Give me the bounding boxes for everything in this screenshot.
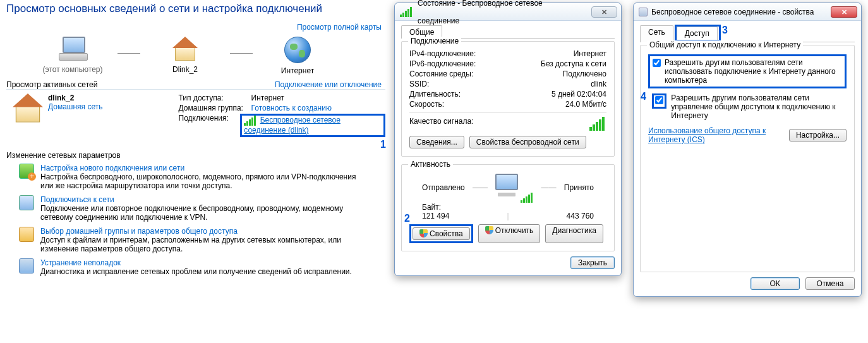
network-category-icon <box>11 93 45 124</box>
ics-group: Общий доступ к подключению к Интернету Р… <box>640 45 855 272</box>
active-networks-header: Просмотр активных сетей <box>6 80 97 89</box>
new-connection-desc: Настройка беспроводного, широкополосного… <box>40 172 369 190</box>
homegroup-icon <box>19 227 34 242</box>
step-2-label: 2 <box>404 213 410 224</box>
internet-label: Интернет <box>256 66 339 75</box>
bytes-key: Байт: <box>422 203 441 212</box>
ipv6-key: IPv6-подключение: <box>409 59 476 68</box>
media-value: Подключено <box>563 69 606 78</box>
signal-strength-icon <box>589 117 605 131</box>
map-connector <box>118 53 140 54</box>
step-1-label: 1 <box>380 139 386 150</box>
homegroup-link[interactable]: Выбор домашней группы и параметров общег… <box>40 227 238 236</box>
ics-help-link[interactable]: Использование общего доступа к Интернету… <box>648 126 768 144</box>
step-4-label: 4 <box>641 91 646 102</box>
highlight-box-1: Беспроводное сетевое соединение (dlink) … <box>240 114 385 137</box>
ssid-value: dlink <box>591 80 606 88</box>
status-dialog: Состояние - Беспроводное сетевое соедине… <box>394 3 622 276</box>
wireless-properties-button[interactable]: Свойства беспроводной сети <box>469 136 586 148</box>
shield-icon <box>485 226 493 234</box>
ipv4-value: Интернет <box>574 49 606 58</box>
connection-link[interactable]: Беспроводное сетевое соединение (dlink) <box>244 116 341 135</box>
connection-group-title: Подключение <box>408 37 461 45</box>
speed-value: 24.0 Мбит/с <box>565 100 606 109</box>
network-sharing-panel: Просмотр основных сведений о сети и наст… <box>6 3 385 281</box>
bytes-sent-value: 121 494 <box>422 212 449 220</box>
tab-sharing[interactable]: Доступ <box>677 27 718 40</box>
network-name: dlink_2 <box>48 93 74 102</box>
connection-group: Подключение IPv4-подключение:Интернет IP… <box>401 41 615 157</box>
computer-icon <box>57 37 88 62</box>
properties-button[interactable]: Свойства <box>413 227 470 240</box>
media-key: Состояние среды: <box>409 69 473 78</box>
properties-title: Беспроводное сетевое соединение - свойст… <box>651 3 814 21</box>
settings-button[interactable]: Настройка... <box>789 129 847 141</box>
activity-icon <box>495 174 533 202</box>
signal-key: Качество сигнала: <box>409 117 473 131</box>
connections-key: Подключения: <box>179 114 241 137</box>
settings-header: Изменение сетевых параметров <box>6 151 385 160</box>
router-icon <box>171 37 199 62</box>
highlight-box-4a: Разрешить другим пользователям сети испо… <box>648 54 847 88</box>
properties-titlebar[interactable]: Беспроводное сетевое соединение - свойст… <box>634 3 861 21</box>
highlight-box-4b <box>652 93 666 109</box>
allow-share-checkbox[interactable] <box>653 59 661 67</box>
homegroup-key: Домашняя группа: <box>179 104 251 112</box>
page-title: Просмотр основных сведений о сети и наст… <box>6 3 385 15</box>
allow-control-label: Разрешить другим пользователям сети упра… <box>671 93 841 120</box>
active-network-block: dlink_2 Домашняя сеть Тип доступа:Интерн… <box>14 93 385 138</box>
diagnose-button[interactable]: Диагностика <box>545 224 603 243</box>
adapter-icon <box>639 8 648 16</box>
activity-group: Активность Отправлено —— —— Принято Байт… <box>401 164 615 251</box>
network-category-link[interactable]: Домашняя сеть <box>48 102 102 111</box>
ok-button[interactable]: ОК <box>750 277 800 290</box>
bytes-recv-value: 443 760 <box>567 212 594 220</box>
close-dialog-button[interactable]: Закрыть <box>570 256 615 269</box>
properties-dialog: Беспроводное сетевое соединение - свойст… <box>633 3 862 297</box>
close-button[interactable]: ✕ <box>831 6 857 18</box>
view-map-link[interactable]: Просмотр полной карты <box>297 23 382 32</box>
connect-network-desc: Подключение или повторное подключение к … <box>40 204 369 222</box>
connect-network-link[interactable]: Подключиться к сети <box>40 195 114 204</box>
access-type-key: Тип доступа: <box>179 93 251 102</box>
access-type-value: Интернет <box>251 93 284 102</box>
ics-group-title: Общий доступ к подключению к Интернету <box>647 40 803 49</box>
new-connection-link[interactable]: Настройка нового подключения или сети <box>40 164 184 172</box>
new-connection-icon <box>19 164 34 179</box>
step-3-label: 3 <box>722 25 728 36</box>
troubleshoot-desc: Диагностика и исправление сетевых пробле… <box>40 267 352 276</box>
allow-control-checkbox[interactable] <box>655 96 663 104</box>
wifi-signal-icon <box>400 7 412 17</box>
ssid-key: SSID: <box>409 80 429 88</box>
ipv4-key: IPv4-подключение: <box>409 49 476 58</box>
disable-button[interactable]: Отключить <box>478 224 541 243</box>
tab-network[interactable]: Сеть <box>640 25 673 42</box>
cancel-button[interactable]: Отмена <box>805 277 855 290</box>
properties-tabs: Сеть Доступ 3 <box>640 25 855 42</box>
connect-disconnect-link[interactable]: Подключение или отключение <box>275 80 382 89</box>
details-button[interactable]: Сведения... <box>409 136 464 148</box>
duration-key: Длительность: <box>409 90 461 99</box>
duration-value: 5 дней 02:04:04 <box>552 90 606 99</box>
homegroup-desc: Доступ к файлам и принтерам, расположенн… <box>40 236 369 253</box>
connect-network-icon <box>19 195 34 210</box>
wifi-signal-icon <box>244 116 256 126</box>
homegroup-link[interactable]: Готовность к созданию <box>251 104 332 112</box>
close-button[interactable]: ✕ <box>591 6 617 18</box>
network-map: (этот компьютер) Dlink_2 Интернет <box>32 37 385 75</box>
troubleshoot-link[interactable]: Устранение неполадок <box>40 258 121 267</box>
status-title: Состояние - Беспроводное сетевое соедине… <box>418 0 584 30</box>
troubleshoot-icon <box>19 258 34 274</box>
highlight-box-2: Свойства <box>409 224 473 243</box>
internet-icon <box>284 37 311 63</box>
router-label: Dlink_2 <box>144 65 226 74</box>
allow-share-label: Разрешить другим пользователям сети испо… <box>665 58 842 85</box>
received-label: Принято <box>564 183 594 192</box>
ipv6-value: Без доступа к сети <box>541 59 606 68</box>
sent-label: Отправлено <box>422 183 465 192</box>
status-titlebar[interactable]: Состояние - Беспроводное сетевое соедине… <box>395 3 621 21</box>
highlight-box-3: Доступ <box>675 25 721 42</box>
map-connector <box>230 53 253 54</box>
shield-icon <box>419 229 428 238</box>
speed-key: Скорость: <box>409 100 444 109</box>
